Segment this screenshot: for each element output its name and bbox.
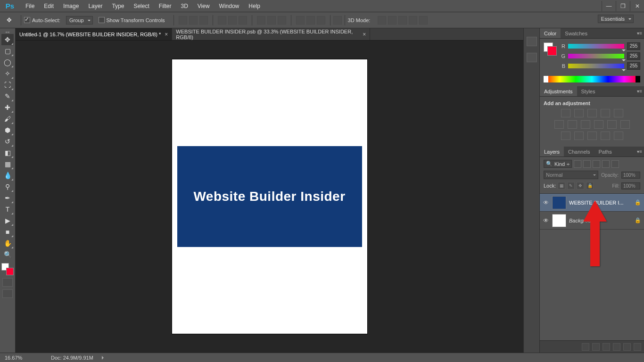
properties-panel-icon[interactable] <box>527 53 537 62</box>
canvas[interactable]: Website Builder Insider <box>16 41 523 353</box>
pen-tool[interactable]: ✒ <box>1 192 14 204</box>
show-transform-checkbox[interactable] <box>99 17 105 23</box>
visibility-icon[interactable]: 👁 <box>543 217 549 224</box>
layer-filter-kind[interactable]: 🔍 Kind ÷ <box>544 160 572 168</box>
type-tool[interactable]: T <box>1 204 14 215</box>
eyedropper-tool[interactable]: ✎ <box>1 90 14 102</box>
eraser-tool[interactable]: ◧ <box>1 147 14 158</box>
dodge-tool[interactable]: ⚲ <box>1 181 14 192</box>
tab-styles[interactable]: Styles <box>577 86 600 96</box>
invert-icon[interactable] <box>561 132 570 140</box>
menu-layer[interactable]: Layer <box>83 1 107 11</box>
distribute-bottom-icon[interactable] <box>278 16 286 25</box>
gradient-map-icon[interactable] <box>601 132 610 140</box>
screen-mode-icon[interactable] <box>2 289 13 298</box>
color-panel-swatches[interactable] <box>544 42 557 56</box>
menu-type[interactable]: Type <box>107 1 129 11</box>
layer-name[interactable]: WEBSITE BUILDER I... <box>569 200 632 206</box>
delete-layer-icon[interactable] <box>634 343 641 351</box>
panel-menu-icon[interactable]: ▾≡ <box>637 31 642 36</box>
tab-layers[interactable]: Layers <box>540 147 564 156</box>
quick-mask-icon[interactable] <box>2 278 13 287</box>
opacity-value[interactable]: 100% <box>621 172 640 179</box>
color-lookup-icon[interactable] <box>620 120 630 129</box>
menu-view[interactable]: View <box>193 1 215 11</box>
close-icon[interactable]: × <box>165 31 168 38</box>
align-left-icon[interactable] <box>218 16 226 25</box>
color-spectrum[interactable] <box>544 76 640 82</box>
panel-menu-icon[interactable]: ▾≡ <box>637 89 642 94</box>
r-value[interactable]: 255 <box>627 42 640 50</box>
new-layer-icon[interactable] <box>623 343 631 351</box>
close-button[interactable]: ✕ <box>630 1 644 11</box>
b-slider[interactable] <box>568 64 624 68</box>
distribute-right-icon[interactable] <box>317 16 325 25</box>
layer-row[interactable]: 👁 Background 🔒 <box>540 212 644 230</box>
history-panel-icon[interactable] <box>527 37 537 46</box>
filter-smart-icon[interactable] <box>611 160 619 168</box>
levels-icon[interactable] <box>574 109 584 117</box>
move-tool[interactable]: ✥ <box>1 34 14 45</box>
align-top-icon[interactable] <box>179 16 187 25</box>
bg-color-icon[interactable] <box>547 46 557 56</box>
menu-filter[interactable]: Filter <box>154 1 176 11</box>
close-icon[interactable]: × <box>363 31 366 38</box>
layer-style-icon[interactable] <box>592 343 600 351</box>
bw-icon[interactable] <box>581 120 590 129</box>
brightness-icon[interactable] <box>561 109 570 117</box>
fill-value[interactable]: 100% <box>621 182 640 189</box>
menu-select[interactable]: Select <box>129 1 154 11</box>
document-tab-2[interactable]: WEBSITE BUILDER INSIDER.psb @ 33.3% (WEB… <box>172 28 370 40</box>
selective-color-icon[interactable] <box>614 132 623 140</box>
blur-tool[interactable]: 💧 <box>1 170 14 181</box>
visibility-icon[interactable]: 👁 <box>543 199 549 206</box>
stamp-tool[interactable]: ⬢ <box>1 124 14 136</box>
lock-transparency-icon[interactable]: ▦ <box>558 182 565 189</box>
hand-tool[interactable]: ✋ <box>1 238 14 249</box>
photo-filter-icon[interactable] <box>594 120 603 129</box>
tab-channels[interactable]: Channels <box>564 147 594 156</box>
align-bottom-icon[interactable] <box>199 16 208 25</box>
lock-pixels-icon[interactable]: ✎ <box>567 182 575 189</box>
tab-color[interactable]: Color <box>540 28 561 38</box>
path-select-tool[interactable]: ▶ <box>1 215 14 226</box>
channel-mixer-icon[interactable] <box>607 120 617 129</box>
3d-pan-icon[interactable] <box>398 16 407 25</box>
exposure-icon[interactable] <box>601 109 610 117</box>
g-slider[interactable] <box>568 54 624 58</box>
3d-slide-icon[interactable] <box>409 16 417 25</box>
menu-file[interactable]: File <box>21 1 39 11</box>
blend-mode-select[interactable]: Normal <box>544 171 598 179</box>
color-balance-icon[interactable] <box>568 120 577 129</box>
lock-position-icon[interactable]: ✥ <box>577 182 584 189</box>
distribute-hcenter-icon[interactable] <box>306 16 315 25</box>
vibrance-icon[interactable] <box>614 109 623 117</box>
posterize-icon[interactable] <box>574 132 584 140</box>
hue-icon[interactable] <box>554 120 564 129</box>
auto-align-icon[interactable] <box>333 16 342 25</box>
maximize-button[interactable]: ❐ <box>616 1 630 11</box>
lock-all-icon[interactable]: 🔒 <box>586 182 594 189</box>
tab-adjustments[interactable]: Adjustments <box>540 86 577 96</box>
magic-wand-tool[interactable]: ✧ <box>1 68 14 79</box>
crop-tool[interactable]: ⛶ <box>1 79 14 90</box>
layer-thumbnail[interactable] <box>552 196 566 209</box>
menu-3d[interactable]: 3D <box>176 1 192 11</box>
filter-pixel-icon[interactable] <box>574 160 581 168</box>
marquee-tool[interactable]: ▢ <box>1 45 14 57</box>
minimize-button[interactable]: — <box>602 1 616 11</box>
3d-roll-icon[interactable] <box>388 16 396 25</box>
new-group-icon[interactable] <box>613 343 620 351</box>
menu-help[interactable]: Help <box>244 1 265 11</box>
zoom-level[interactable]: 16.67% <box>5 355 42 361</box>
gradient-tool[interactable]: ▦ <box>1 158 14 170</box>
r-slider[interactable] <box>568 44 624 49</box>
layer-name[interactable]: Background <box>569 218 632 223</box>
link-layers-icon[interactable] <box>582 343 589 351</box>
g-value[interactable]: 255 <box>627 52 640 60</box>
align-right-icon[interactable] <box>239 16 247 25</box>
layer-row[interactable]: 👁 WEBSITE BUILDER I... 🔒 <box>540 194 644 212</box>
auto-select-dropdown[interactable]: Group <box>66 16 93 25</box>
align-vcenter-icon[interactable] <box>189 16 198 25</box>
auto-select-checkbox[interactable] <box>24 17 30 23</box>
